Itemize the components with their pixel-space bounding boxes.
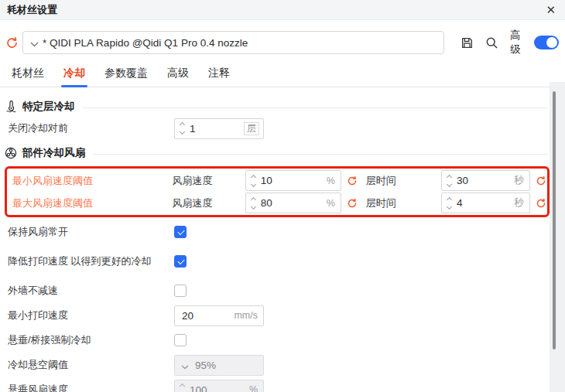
field-value: 95% bbox=[192, 360, 263, 371]
section-title: 部件冷却风扇 bbox=[22, 146, 85, 160]
undo-icon[interactable] bbox=[536, 176, 547, 186]
reset-preset-icon[interactable] bbox=[5, 36, 19, 49]
max-layer-time-spinner[interactable]: 4 秒 bbox=[441, 193, 530, 213]
undo-icon[interactable] bbox=[347, 176, 358, 186]
field-value[interactable]: 1 bbox=[187, 123, 244, 135]
setting-row-max-fan-threshold: 最大风扇速度阈值 风扇速度 80 % 层时间 4 秒 bbox=[7, 192, 547, 214]
spinner-arrows-icon[interactable] bbox=[442, 176, 454, 186]
setting-label: 关闭冷却对前 bbox=[8, 121, 174, 135]
field-value[interactable]: 80 bbox=[258, 197, 327, 209]
spinner-arrows-icon[interactable] bbox=[442, 198, 454, 209]
setting-label: 冷却悬空阈值 bbox=[8, 358, 174, 372]
search-icon[interactable] bbox=[485, 36, 498, 49]
setting-row-no-slow-outer-wall: 外墙不减速 bbox=[0, 279, 550, 302]
section-title: 特定层冷却 bbox=[22, 100, 75, 114]
filament-preset-dropdown[interactable]: * QIDI PLA Rapido @Qidi Q1 Pro 0.4 nozzl… bbox=[22, 31, 444, 54]
section-divider bbox=[83, 107, 549, 108]
slow-for-cooling-checkbox[interactable] bbox=[174, 255, 187, 268]
setting-label: 悬垂风扇速度 bbox=[8, 383, 174, 392]
layer-time-label: 层时间 bbox=[366, 174, 411, 188]
unit-label: 层 bbox=[244, 122, 259, 135]
modified-setting-label: 最大风扇速度阈值 bbox=[12, 196, 172, 210]
section-layer-cooling: 特定层冷却 bbox=[0, 97, 550, 117]
fan-speed-label: 风扇速度 bbox=[172, 196, 245, 210]
setting-row-overhang-fan-speed: 悬垂风扇速度 100 % bbox=[0, 378, 550, 392]
tab-filament[interactable]: 耗材丝 bbox=[5, 63, 51, 87]
advanced-toggle[interactable] bbox=[534, 36, 559, 49]
field-value[interactable]: 10 bbox=[258, 175, 327, 186]
unit-label: % bbox=[327, 198, 341, 209]
min-print-speed-input[interactable]: 20 mm/s bbox=[174, 305, 264, 326]
fan-speed-label: 风扇速度 bbox=[172, 174, 245, 188]
force-cooling-overhang-checkbox[interactable] bbox=[174, 334, 187, 346]
tab-cooling[interactable]: 冷却 bbox=[56, 63, 92, 87]
spinner-arrows-icon[interactable] bbox=[246, 176, 258, 186]
unit-label: % bbox=[249, 384, 263, 392]
tab-notes[interactable]: 注释 bbox=[201, 63, 237, 87]
field-value[interactable]: 4 bbox=[454, 197, 515, 209]
unit-label: 秒 bbox=[515, 174, 530, 187]
section-part-cooling-fan: 部件冷却风扇 bbox=[0, 143, 550, 163]
thermometer-cooling-icon bbox=[4, 101, 18, 113]
dialog-title: 耗材丝设置 bbox=[7, 3, 57, 17]
close-fan-layers-spinner[interactable]: 1 层 bbox=[174, 118, 264, 139]
preset-tools: 高级 bbox=[461, 29, 559, 56]
modified-setting-label: 最小风扇速度阈值 bbox=[12, 174, 172, 188]
field-value[interactable]: 30 bbox=[454, 175, 515, 186]
setting-label: 降低打印速度 以得到更好的冷却 bbox=[8, 254, 174, 268]
preset-name: * QIDI PLA Rapido @Qidi Q1 Pro 0.4 nozzl… bbox=[43, 37, 248, 49]
advanced-mode: 高级 bbox=[510, 29, 559, 56]
setting-row-min-print-speed: 最小打印速度 20 mm/s bbox=[0, 304, 550, 327]
preset-bar: * QIDI PLA Rapido @Qidi Q1 Pro 0.4 nozzl… bbox=[0, 20, 565, 63]
field-value: 100 bbox=[187, 384, 249, 392]
spinner-arrows-icon[interactable] bbox=[175, 123, 187, 134]
overhang-threshold-select: 95% bbox=[174, 355, 264, 376]
no-slow-outer-wall-checkbox[interactable] bbox=[174, 285, 187, 297]
min-layer-time-spinner[interactable]: 30 秒 bbox=[441, 170, 530, 191]
setting-label: 悬垂/桥接强制冷却 bbox=[8, 333, 174, 347]
tab-override[interactable]: 参数覆盖 bbox=[98, 63, 155, 87]
undo-icon[interactable] bbox=[347, 198, 358, 209]
scrollbar-thumb[interactable] bbox=[553, 91, 556, 349]
section-divider bbox=[93, 154, 548, 155]
save-icon[interactable] bbox=[461, 36, 474, 49]
highlight-box: 最小风扇速度阈值 风扇速度 10 % 层时间 30 秒 最大风扇速度阈值 bbox=[5, 166, 550, 217]
setting-label: 外墙不减速 bbox=[8, 284, 174, 298]
keep-fan-on-checkbox[interactable] bbox=[174, 226, 187, 238]
setting-row-min-fan-threshold: 最小风扇速度阈值 风扇速度 10 % 层时间 30 秒 bbox=[7, 169, 547, 192]
unit-label: mm/s bbox=[234, 310, 263, 321]
setting-label: 保持风扇常开 bbox=[8, 225, 174, 239]
spinner-arrows-icon[interactable] bbox=[246, 198, 258, 209]
dialog-titlebar: 耗材丝设置 ✕ bbox=[0, 0, 565, 20]
undo-icon[interactable] bbox=[536, 198, 547, 209]
chevron-down-icon bbox=[181, 360, 189, 372]
setting-label: 最小打印速度 bbox=[8, 308, 174, 322]
min-fan-speed-spinner[interactable]: 10 % bbox=[245, 170, 341, 191]
setting-row-overhang-threshold: 冷却悬空阈值 95% bbox=[0, 353, 550, 377]
scrollbar-track[interactable] bbox=[550, 82, 565, 392]
unit-label: % bbox=[327, 176, 341, 186]
setting-row-close-fan-first-layers: 关闭冷却对前 1 层 bbox=[0, 117, 550, 140]
overhang-fan-speed-spinner: 100 % bbox=[174, 380, 264, 392]
unit-label: 秒 bbox=[515, 196, 530, 210]
max-fan-speed-spinner[interactable]: 80 % bbox=[245, 193, 341, 213]
advanced-label: 高级 bbox=[510, 29, 529, 56]
cooling-fan-icon bbox=[4, 147, 18, 159]
settings-tabs: 耗材丝 冷却 参数覆盖 高级 注释 bbox=[0, 63, 565, 87]
cooling-settings-panel: 特定层冷却 关闭冷却对前 1 层 部件冷却风扇 最小风扇速度阈值 风扇 bbox=[0, 87, 565, 392]
setting-row-keep-fan-on: 保持风扇常开 bbox=[0, 220, 550, 244]
close-icon[interactable]: ✕ bbox=[546, 4, 556, 15]
chevron-down-icon bbox=[30, 38, 39, 49]
setting-row-force-cooling-overhang: 悬垂/桥接强制冷却 bbox=[0, 329, 550, 352]
tab-advanced[interactable]: 高级 bbox=[160, 63, 196, 87]
field-value[interactable]: 20 bbox=[175, 310, 234, 322]
spinner-arrows-icon bbox=[175, 384, 187, 392]
layer-time-label: 层时间 bbox=[366, 196, 411, 210]
setting-row-slow-for-cooling: 降低打印速度 以得到更好的冷却 bbox=[0, 245, 550, 278]
